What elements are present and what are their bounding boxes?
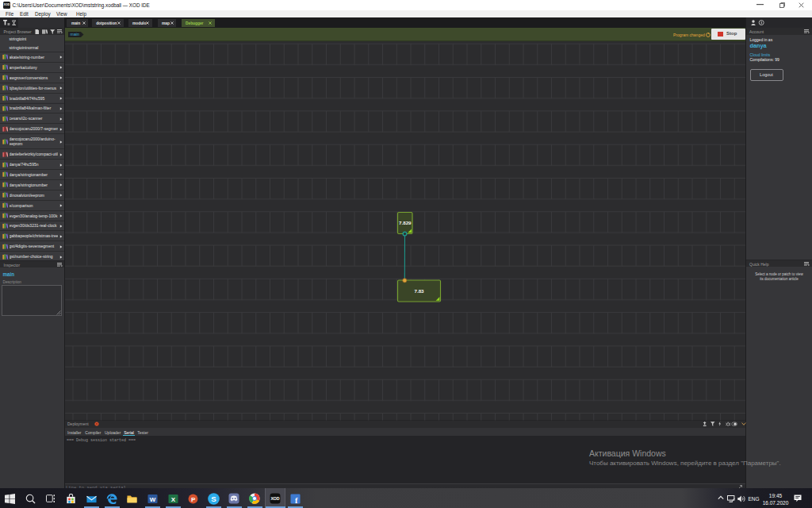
svg-text:7.83: 7.83	[414, 288, 424, 294]
svg-text:S: S	[211, 495, 216, 503]
svg-text:7.829: 7.829	[399, 220, 412, 225]
svg-text:f: f	[295, 495, 298, 503]
svg-text:P: P	[191, 495, 196, 502]
svg-text:W: W	[150, 495, 156, 502]
svg-text:XOD: XOD	[270, 496, 279, 501]
svg-text:X: X	[171, 495, 176, 502]
svg-text:main: main	[70, 32, 79, 37]
